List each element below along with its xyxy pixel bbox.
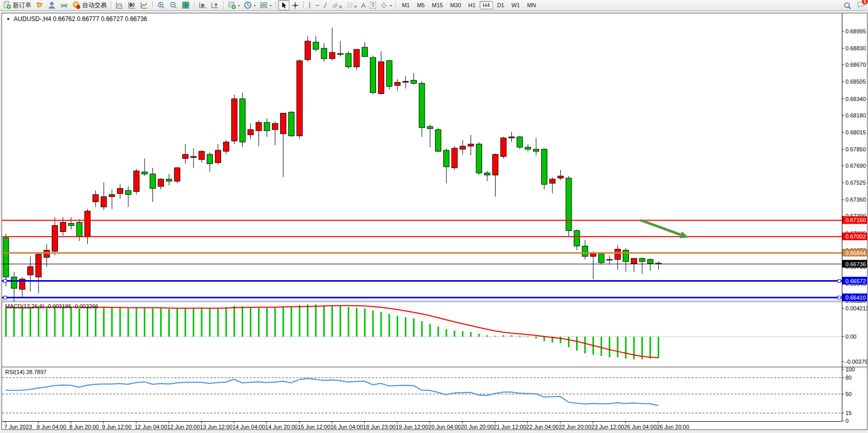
- candle-body: [231, 99, 237, 141]
- horizontal-line-icon: —: [315, 2, 319, 9]
- price-label-chip-text: 0.66572: [845, 278, 866, 284]
- candle-body: [297, 61, 302, 136]
- shift-chart-button[interactable]: [209, 0, 221, 10]
- timeframe-m1[interactable]: M1: [399, 1, 412, 9]
- templates-button[interactable]: ▾: [258, 0, 273, 10]
- candle-body: [248, 130, 253, 135]
- crosshair-tool-button[interactable]: [289, 0, 301, 10]
- candle-body: [484, 173, 490, 175]
- candle-body: [501, 138, 506, 156]
- caret-down-icon: ▾: [270, 4, 271, 7]
- candle-body: [436, 130, 441, 151]
- candle-body: [509, 137, 515, 138]
- price-label-chip-text: 0.66410: [845, 294, 866, 301]
- gold-badge-button[interactable]: [33, 0, 46, 10]
- text-tool-button[interactable]: A: [359, 0, 368, 10]
- search-icon[interactable]: [843, 2, 852, 10]
- timeframe-h1[interactable]: H1: [465, 1, 479, 9]
- timeframe-m30[interactable]: M30: [447, 1, 464, 9]
- timeframe-h4[interactable]: H4: [480, 1, 493, 9]
- line-chart-icon: [140, 1, 148, 9]
- fibonacci-tool-button[interactable]: F: [344, 0, 359, 10]
- candle-body: [574, 231, 580, 246]
- candle-body: [460, 146, 465, 149]
- candle-body: [639, 259, 645, 262]
- trendline-tool-button[interactable]: /: [322, 0, 329, 10]
- chart-window[interactable]: 0.689950.688300.686700.685050.683400.681…: [2, 13, 867, 430]
- line-handle[interactable]: [838, 280, 841, 283]
- timeframe-d1[interactable]: D1: [494, 1, 507, 9]
- candle-body: [419, 83, 425, 127]
- candle-body: [223, 142, 229, 151]
- candle-body: [150, 174, 155, 188]
- auto-trading-icon: [72, 1, 81, 9]
- candle-body: [607, 260, 613, 260]
- price-tick-label: 0.67525: [845, 180, 866, 186]
- candle-body: [599, 253, 604, 263]
- periods-button[interactable]: ▾: [242, 0, 258, 10]
- timeframe-mn[interactable]: MN: [524, 1, 539, 9]
- line-handle[interactable]: [838, 296, 841, 299]
- candle-body: [76, 222, 82, 237]
- timeframe-w1[interactable]: W1: [508, 1, 523, 9]
- toolbar-separator: [303, 1, 304, 9]
- candle-chart-type-button[interactable]: [126, 0, 138, 10]
- timeframe-m15[interactable]: M15: [429, 1, 446, 9]
- candle-body: [101, 196, 107, 207]
- vertical-line-tool-button[interactable]: |: [306, 0, 313, 10]
- auto-scroll-icon: [199, 1, 207, 9]
- indicators-button[interactable]: ▾: [226, 0, 242, 10]
- macd-axis-label: 0.004211: [845, 305, 867, 311]
- symbol-info[interactable]: ▼ AUDUSD-,H4 0.66762 0.66777 0.66727 0.6…: [6, 15, 147, 23]
- arrows-tool-button[interactable]: ▾: [378, 0, 393, 10]
- zoom-in-button[interactable]: [155, 0, 167, 10]
- horizontal-line-tool-button[interactable]: —: [313, 0, 321, 10]
- candle-body: [394, 82, 400, 85]
- price-tick-label: 0.68340: [845, 96, 866, 102]
- candle-body: [452, 148, 458, 168]
- symbol-dropdown-icon[interactable]: ▼: [6, 17, 10, 22]
- price-tick-label: 0.67690: [845, 163, 866, 169]
- time-axis-label: 26 Jun 04:00: [624, 424, 657, 429]
- notifications-button[interactable]: 1: [857, 1, 865, 10]
- channel-tool-button[interactable]: E: [329, 0, 344, 10]
- candle-body: [476, 144, 482, 173]
- candle-body: [566, 178, 571, 230]
- candle-body: [444, 150, 449, 167]
- equidistant-channel-icon: [331, 2, 340, 9]
- text-label-tool-button[interactable]: T: [368, 0, 379, 10]
- line-handle[interactable]: [4, 280, 7, 283]
- new-order-button[interactable]: 新订单: [1, 0, 33, 10]
- candle-body: [411, 80, 417, 83]
- price-label-chip-text: 0.67160: [845, 217, 866, 223]
- timeframe-m5[interactable]: M5: [414, 1, 428, 9]
- line-chart-type-button[interactable]: [138, 0, 150, 10]
- profile-button[interactable]: [46, 0, 58, 10]
- time-axis-label: 22 Jun 20:00: [559, 424, 591, 429]
- zoom-out-button[interactable]: [167, 0, 180, 10]
- candle-body: [386, 61, 392, 86]
- tile-windows-button[interactable]: [180, 0, 192, 10]
- chart-canvas[interactable]: 0.689950.688300.686700.685050.683400.681…: [2, 13, 867, 429]
- bar-chart-type-button[interactable]: [113, 0, 126, 10]
- vertical-line-icon: |: [308, 2, 311, 9]
- candle-body: [549, 179, 555, 183]
- line-handle[interactable]: [4, 296, 7, 299]
- auto-trading-button[interactable]: 自动交易: [70, 0, 109, 10]
- candle-body: [126, 190, 131, 194]
- candle-body: [378, 62, 384, 93]
- candle-body: [174, 168, 180, 181]
- cursor-tool-button[interactable]: [278, 0, 289, 10]
- candle-body: [403, 81, 408, 82]
- signal-button[interactable]: [58, 0, 70, 10]
- price-label-chip-text: 0.67002: [845, 233, 866, 240]
- candle-body: [52, 226, 57, 251]
- candle-body: [3, 238, 9, 277]
- clock-icon: [244, 1, 252, 9]
- candle-body: [158, 179, 164, 186]
- channel-e-label: E: [340, 5, 342, 9]
- candle-body: [558, 176, 563, 178]
- auto-scroll-button[interactable]: [196, 0, 209, 10]
- price-tick-label: 0.68670: [845, 62, 866, 68]
- rsi-axis-label: 15: [845, 410, 852, 416]
